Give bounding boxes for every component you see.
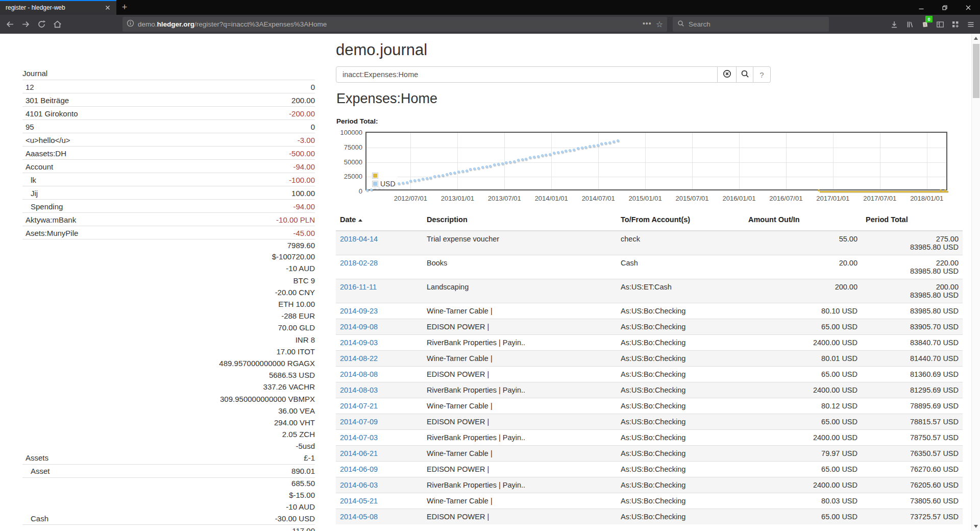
close-button[interactable] bbox=[957, 0, 980, 15]
transaction-date-link[interactable]: 2016-11-11 bbox=[340, 283, 377, 291]
account-link[interactable]: Assets bbox=[22, 453, 48, 462]
tile-menu-icon[interactable] bbox=[948, 16, 963, 32]
chart-point bbox=[493, 163, 496, 166]
transaction-date-link[interactable]: 2014-07-03 bbox=[340, 433, 378, 442]
transaction-amount: 65.00 USD bbox=[744, 414, 862, 430]
reload-button[interactable] bbox=[34, 16, 50, 32]
transaction-accounts: As:US:Bo:Checking bbox=[617, 398, 744, 414]
transaction-date-link[interactable]: 2014-09-08 bbox=[340, 323, 378, 331]
browser-tab[interactable]: register - hledger-web bbox=[0, 0, 116, 15]
register-row: 2014-07-03RiverBank Properties | Payin..… bbox=[336, 430, 963, 446]
account-link[interactable]: Cash bbox=[22, 514, 48, 523]
transaction-date-link[interactable]: 2014-08-22 bbox=[340, 354, 378, 363]
register-row: 2014-05-08EDISON POWER |As:US:Bo:Checkin… bbox=[336, 509, 963, 525]
transaction-date-link[interactable]: 2018-02-28 bbox=[340, 259, 378, 267]
sidebar-row: lk-100.00 bbox=[22, 173, 315, 186]
transaction-date-link[interactable]: 2014-08-08 bbox=[340, 370, 378, 378]
home-button[interactable] bbox=[50, 16, 65, 32]
register-row: 2014-08-03RiverBank Properties | Payin..… bbox=[336, 382, 963, 398]
x-tick-label: 2016/01/01 bbox=[716, 195, 763, 202]
transaction-date-link[interactable]: 2014-06-21 bbox=[340, 449, 378, 457]
restore-button[interactable] bbox=[933, 0, 957, 15]
bookmark-star-icon[interactable]: ☆ bbox=[656, 20, 663, 29]
vertical-scrollbar[interactable] bbox=[971, 34, 980, 531]
account-link[interactable]: Jij bbox=[22, 189, 38, 198]
forward-button[interactable] bbox=[18, 16, 34, 32]
search-bar[interactable]: Search bbox=[673, 17, 829, 32]
extension-icon[interactable]: 0 bbox=[917, 16, 933, 32]
account-link[interactable]: 12 bbox=[22, 83, 34, 91]
account-balance: ETH 10.00 bbox=[278, 300, 315, 308]
chart-point bbox=[413, 179, 416, 182]
url-bar[interactable]: demo.hledger.org/register?q=inacct%3AExp… bbox=[122, 17, 667, 32]
account-link[interactable]: lk bbox=[22, 176, 36, 184]
transaction-date-link[interactable]: 2014-06-09 bbox=[340, 465, 378, 473]
period-total-cell: 81440.70 USD bbox=[862, 351, 963, 367]
period-total-cell: 83985.80 USD bbox=[862, 303, 963, 319]
account-balance: BTC 9 bbox=[293, 276, 315, 285]
x-tick-label: 2012/07/01 bbox=[387, 195, 434, 202]
chart-point bbox=[553, 152, 555, 154]
account-link[interactable]: Asset bbox=[22, 467, 50, 475]
query-input[interactable] bbox=[336, 66, 718, 83]
account-link[interactable]: Account bbox=[22, 162, 53, 171]
new-tab-button[interactable]: + bbox=[116, 0, 133, 15]
account-balance: -5usd bbox=[296, 442, 315, 450]
site-info-icon[interactable] bbox=[127, 19, 134, 29]
register-row: 2014-08-08EDISON POWER |As:US:Bo:Checkin… bbox=[336, 367, 963, 382]
account-link[interactable]: Aaasets:DH bbox=[22, 149, 66, 158]
transaction-date-link[interactable]: 2014-05-21 bbox=[340, 497, 378, 505]
sidebar-toggle-icon[interactable] bbox=[933, 16, 948, 32]
chart-grid-line bbox=[692, 133, 693, 189]
column-header: Amount Out/In bbox=[744, 211, 862, 231]
sidebar-row: -288 EUR bbox=[22, 310, 315, 322]
chart-point bbox=[617, 139, 619, 142]
transaction-date-link[interactable]: 2014-06-03 bbox=[340, 481, 378, 489]
account-balance: 0 bbox=[311, 83, 315, 91]
downloads-icon[interactable] bbox=[887, 16, 902, 32]
minimize-button[interactable] bbox=[910, 0, 933, 15]
account-balance: 200.00 bbox=[291, 96, 315, 105]
account-link[interactable]: 95 bbox=[22, 123, 34, 131]
register-row: 2014-07-21Wine-Tarner Cable |As:US:Bo:Ch… bbox=[336, 398, 963, 414]
account-link[interactable]: 301 Beiträge bbox=[22, 96, 69, 105]
help-button[interactable]: ? bbox=[753, 66, 771, 83]
page-actions-icon[interactable]: ••• bbox=[643, 19, 652, 28]
account-link[interactable]: Spending bbox=[22, 202, 63, 211]
back-button[interactable] bbox=[2, 16, 18, 32]
menu-icon[interactable] bbox=[963, 16, 978, 32]
scroll-up-icon[interactable] bbox=[974, 37, 978, 40]
transaction-description: RiverBank Properties | Payin.. bbox=[423, 382, 617, 398]
scrollbar-thumb[interactable] bbox=[973, 44, 979, 98]
chart-point bbox=[429, 177, 432, 179]
account-link[interactable]: Aktywa:mBank bbox=[22, 215, 76, 224]
transaction-date-link[interactable]: 2014-07-09 bbox=[340, 418, 378, 426]
account-link[interactable]: 4101 Girokonto bbox=[22, 109, 78, 118]
y-tick-label: 100000 bbox=[336, 129, 362, 136]
transaction-date-link[interactable]: 2018-04-14 bbox=[340, 235, 378, 243]
account-link[interactable]: Asets:MunyPile bbox=[22, 229, 78, 237]
transaction-amount: 80.03 USD bbox=[744, 493, 862, 509]
transaction-date-link[interactable]: 2014-07-21 bbox=[340, 402, 378, 410]
chart-point bbox=[437, 175, 440, 177]
register-row: 2014-09-23Wine-Tarner Cable |As:US:Bo:Ch… bbox=[336, 303, 963, 319]
sidebar-row: 120 bbox=[22, 80, 315, 93]
transaction-description: Wine-Tarner Cable | bbox=[423, 351, 617, 367]
sidebar-row: 685.50 bbox=[22, 477, 315, 489]
navigation-toolbar: demo.hledger.org/register?q=inacct%3AExp… bbox=[0, 15, 980, 34]
transaction-date-link[interactable]: 2014-08-03 bbox=[340, 386, 378, 394]
transaction-date-link[interactable]: 2014-05-08 bbox=[340, 513, 378, 521]
scroll-down-icon[interactable] bbox=[974, 525, 978, 528]
account-link[interactable]: <u>hello</u> bbox=[22, 136, 70, 144]
transaction-date-link[interactable]: 2014-09-23 bbox=[340, 307, 378, 315]
library-icon[interactable] bbox=[902, 16, 917, 32]
column-header[interactable]: Date bbox=[336, 211, 423, 231]
chart-point bbox=[485, 165, 488, 168]
tab-close-icon[interactable] bbox=[103, 3, 112, 12]
clear-query-button[interactable] bbox=[718, 66, 737, 83]
chart-point bbox=[593, 144, 595, 147]
journal-heading[interactable]: Journal bbox=[22, 69, 47, 78]
transaction-date-link[interactable]: 2014-09-03 bbox=[340, 339, 378, 347]
sidebar-row: Account-94.00 bbox=[22, 159, 315, 173]
search-button[interactable] bbox=[737, 66, 753, 83]
